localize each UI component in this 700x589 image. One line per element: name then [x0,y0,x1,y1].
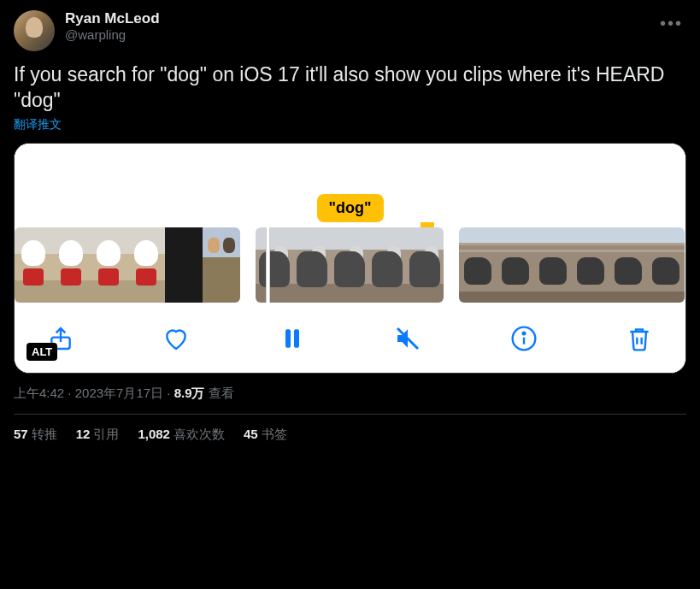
media-card[interactable]: "dog" [14,143,686,374]
display-name: Ryan McLeod [65,10,646,27]
tweet-date[interactable]: 2023年7月17日 [75,386,163,400]
views-label: 查看 [205,386,234,400]
quotes-stat[interactable]: 12引用 [76,427,120,443]
divider [14,414,686,415]
alt-badge[interactable]: ALT [26,343,57,361]
translate-link[interactable]: 翻译推文 [14,117,62,133]
tweet-header: Ryan McLeod @warpling ••• [14,10,686,51]
handle: @warpling [65,27,646,42]
media-toolbar [15,308,685,373]
clip-thumbnail[interactable] [15,227,240,303]
heart-icon[interactable] [162,325,190,352]
views-count: 8.9万 [174,386,205,400]
pause-icon[interactable] [279,325,306,352]
author-names[interactable]: Ryan McLeod @warpling [65,10,646,42]
svg-rect-1 [285,329,291,347]
media-top: "dog" [15,144,685,222]
retweets-stat[interactable]: 57转推 [14,427,57,443]
trash-icon[interactable] [626,325,653,352]
info-icon[interactable] [510,325,538,352]
tweet-time[interactable]: 上午4:42 [14,386,64,400]
mute-icon[interactable] [394,325,421,352]
svg-point-6 [522,333,525,335]
clip-thumbnail[interactable] [256,227,444,303]
more-icon[interactable]: ••• [656,10,686,37]
tweet-container: Ryan McLeod @warpling ••• If you search … [0,0,700,453]
svg-rect-2 [294,329,299,347]
tweet-stats: 57转推 12引用 1,082喜欢次数 45书签 [14,427,686,443]
tweet-meta: 上午4:42 · 2023年7月17日 · 8.9万 查看 [14,386,686,402]
search-match-badge: "dog" [316,194,383,222]
likes-stat[interactable]: 1,082喜欢次数 [138,427,225,443]
clip-thumbnail[interactable] [459,227,685,303]
video-timeline[interactable] [15,222,685,308]
playhead[interactable] [266,227,270,303]
avatar[interactable] [14,10,55,51]
tweet-text: If you search for "dog" on iOS 17 it'll … [14,62,686,113]
bookmarks-stat[interactable]: 45书签 [244,427,287,443]
